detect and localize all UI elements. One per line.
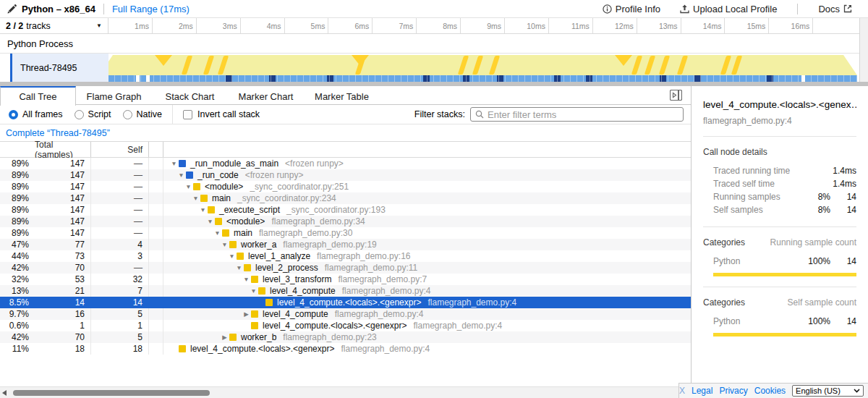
calltree-row[interactable]: 89%147—▼<module>flamegraph_demo.py:34 xyxy=(0,216,691,227)
tab-call-tree[interactable]: Call Tree xyxy=(0,86,76,106)
calltree-row[interactable]: 89%147—▼mainflamegraph_demo.py:30 xyxy=(0,227,691,239)
tracks-dropdown[interactable]: 2 / 2 tracks ▼ xyxy=(0,18,109,33)
cell-self: 1 xyxy=(91,320,149,331)
calltree-row[interactable]: 89%147—▼_run_module_as_main<frozen runpy… xyxy=(0,158,691,169)
categories-count-type: Running sample count xyxy=(770,237,856,247)
horizontal-scrollbar[interactable] xyxy=(0,386,678,398)
function-name: worker_a xyxy=(241,240,276,250)
calltree-row[interactable]: 89%147—▼_execute_script_sync_coordinator… xyxy=(0,204,691,216)
cell-total-pct: 9.7% xyxy=(0,308,35,320)
frame-option-script[interactable]: Script xyxy=(75,109,111,119)
detail-row: Traced running time1.4ms xyxy=(703,164,856,177)
docs-button[interactable]: Docs xyxy=(818,4,852,14)
expand-triangle-icon[interactable]: ▶ xyxy=(242,310,251,318)
thread-track[interactable]: Thread-78495 xyxy=(0,54,859,82)
invert-call-stack-checkbox[interactable]: Invert call stack xyxy=(183,109,260,119)
cpu-dip-notch xyxy=(615,55,632,66)
process-track-header[interactable]: Python Process xyxy=(0,34,859,54)
calltree-row[interactable]: 13%217▼level_4_computeflamegraph_demo.py… xyxy=(0,285,691,297)
calltree-row[interactable]: 32%5332▼level_3_transformflamegraph_demo… xyxy=(0,274,691,285)
footer-link-cookies[interactable]: Cookies xyxy=(754,386,786,396)
collapse-triangle-icon[interactable]: ▼ xyxy=(220,241,229,248)
radio-icon xyxy=(75,110,84,119)
function-name: level_4_compute xyxy=(263,309,328,319)
collapse-triangle-icon[interactable]: ▼ xyxy=(169,160,179,167)
cell-total-pct: 42% xyxy=(0,262,35,274)
calltree-row[interactable]: 89%147—▼<module>_sync_coordinator.py:251 xyxy=(0,181,691,192)
filter-input[interactable] xyxy=(488,109,678,120)
expand-triangle-icon[interactable]: ▶ xyxy=(220,334,229,341)
calltree-row[interactable]: 89%147—▼main_sync_coordinator.py:234 xyxy=(0,192,691,204)
collapse-triangle-icon[interactable]: ▼ xyxy=(227,253,237,260)
cell-total-samples: 1 xyxy=(35,320,91,331)
thread-track-label-cell[interactable]: Thread-78495 xyxy=(10,54,109,82)
empty-value: — xyxy=(134,263,142,273)
collapse-triangle-icon[interactable]: ▼ xyxy=(184,183,193,190)
cell-total-pct: 8.5% xyxy=(0,297,35,308)
timeline-vertical-scrollbar[interactable] xyxy=(859,18,868,86)
full-range-link[interactable]: Full Range (17ms) xyxy=(112,4,190,14)
footer-link-privacy[interactable]: Privacy xyxy=(719,386,747,396)
tab-stack-chart[interactable]: Stack Chart xyxy=(152,86,228,105)
cell-icon-spacer xyxy=(149,204,163,216)
calltree-row[interactable]: 47%774▼worker_aflamegraph_demo.py:19 xyxy=(0,239,691,250)
calltree-row[interactable]: 42%70—▼level_2_processflamegraph_demo.py… xyxy=(0,262,691,274)
language-select[interactable]: English (US) xyxy=(792,385,864,397)
tree-cell: ▼level_2_processflamegraph_demo.py:11 xyxy=(163,262,417,274)
empty-value: — xyxy=(134,216,142,226)
app-header: Python – x86_64 Full Range (17ms) Profil… xyxy=(0,0,868,18)
scrollbar-thumb[interactable] xyxy=(13,390,210,396)
profile-info-button[interactable]: Profile Info xyxy=(603,4,660,14)
scroll-left-arrow-icon[interactable] xyxy=(2,390,7,396)
ruler-tick: 9ms xyxy=(461,18,505,33)
calltree-row[interactable]: 9.7%165▶level_4_computeflamegraph_demo.p… xyxy=(0,308,691,320)
tab-marker-chart[interactable]: Marker Chart xyxy=(228,86,304,105)
calltree-row[interactable]: 42%705▶worker_bflamegraph_demo.py:23 xyxy=(0,331,691,343)
tree-cell: ▶worker_bflamegraph_demo.py:23 xyxy=(163,331,377,343)
upload-profile-button[interactable]: Upload Local Profile xyxy=(680,4,777,14)
cell-icon-spacer xyxy=(149,308,163,320)
collapse-triangle-icon[interactable]: ▼ xyxy=(242,276,251,283)
collapse-triangle-icon[interactable]: ▼ xyxy=(176,172,186,179)
ruler-tick: 2ms xyxy=(153,18,197,33)
col-header-self[interactable]: Self xyxy=(91,142,149,157)
tab-marker-table[interactable]: Marker Table xyxy=(304,86,380,105)
detail-label: Running samples xyxy=(713,192,800,202)
thread-activity-graph[interactable] xyxy=(109,54,857,82)
calltree-row[interactable]: 11%1818level_4_compute.<locals>.<genexpr… xyxy=(0,343,691,355)
samples-strip[interactable] xyxy=(109,75,857,82)
collapse-triangle-icon[interactable]: ▼ xyxy=(198,206,208,213)
empty-value: — xyxy=(134,158,142,169)
frame-option-all-frames[interactable]: All frames xyxy=(9,109,63,119)
col-header-total[interactable]: Total (samples) xyxy=(35,142,91,157)
calltree-body: 89%147—▼_run_module_as_main<frozen runpy… xyxy=(0,158,691,355)
collapse-triangle-icon[interactable]: ▼ xyxy=(191,195,200,202)
radio-label: Script xyxy=(88,109,111,119)
edit-pencil-icon[interactable] xyxy=(7,4,17,14)
frame-option-native[interactable]: Native xyxy=(123,109,162,119)
timeline-ruler[interactable]: 1ms2ms3ms4ms5ms6ms7ms8ms9ms10ms11ms12ms1… xyxy=(109,18,859,33)
collapse-triangle-icon[interactable]: ▼ xyxy=(213,229,222,237)
complete-thread-link[interactable]: Complete “Thread-78495” xyxy=(6,128,110,138)
tab-flame-graph[interactable]: Flame Graph xyxy=(76,86,152,105)
ruler-tick: 11ms xyxy=(549,18,593,33)
cell-total-samples: 147 xyxy=(35,216,91,227)
footer-link-legal[interactable]: Legal xyxy=(692,386,712,396)
calltree-row[interactable]: 89%147—▼_run_code<frozen runpy> xyxy=(0,169,691,181)
collapse-triangle-icon[interactable]: ▼ xyxy=(205,218,215,225)
cpu-dip-notch xyxy=(352,55,369,66)
filter-searchbox[interactable] xyxy=(470,107,684,122)
function-name: main xyxy=(234,228,252,238)
sidebar-toggle-icon[interactable] xyxy=(670,90,682,101)
categories-heading: CategoriesSelf sample count xyxy=(703,297,856,308)
calltree-row[interactable]: 44%733▼level_1_analyzeflamegraph_demo.py… xyxy=(0,250,691,262)
cell-total-samples: 14 xyxy=(35,297,91,308)
cell-total-pct: 13% xyxy=(0,285,35,297)
footer-link-x[interactable]: X xyxy=(679,386,685,396)
calltree-row[interactable]: 0.6%11level_4_compute.<locals>.<genexpr>… xyxy=(0,320,691,331)
collapse-triangle-icon[interactable]: ▼ xyxy=(234,264,244,271)
calltree-row[interactable]: 8.5%1414level_4_compute.<locals>.<genexp… xyxy=(0,297,691,308)
collapse-triangle-icon[interactable]: ▼ xyxy=(249,287,258,295)
cell-icon-spacer xyxy=(149,192,163,204)
profile-title: Python – x86_64 xyxy=(22,4,95,14)
